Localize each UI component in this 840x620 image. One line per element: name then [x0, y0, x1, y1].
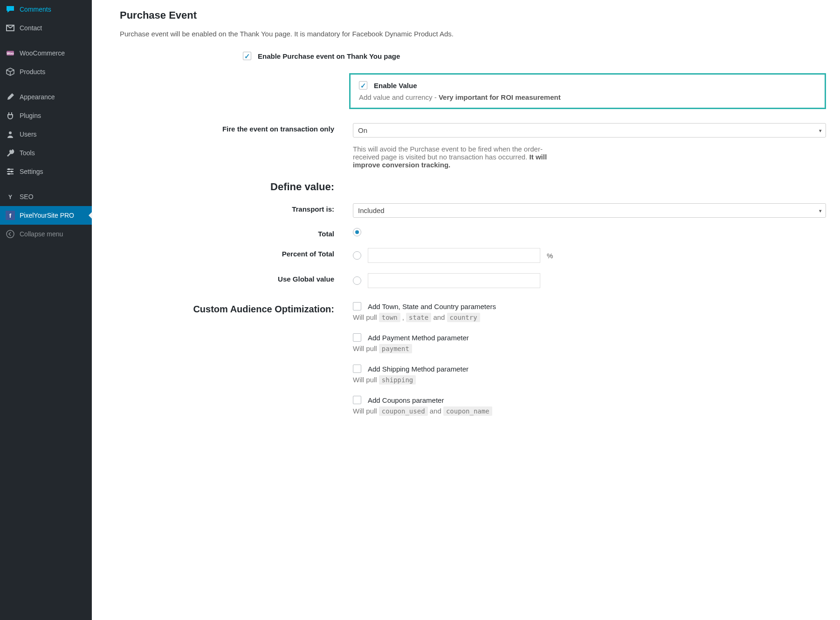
sidebar-item-contact[interactable]: Contact — [0, 19, 92, 37]
sidebar-item-label: PixelYourSite PRO — [20, 212, 74, 219]
enable-purchase-checkbox[interactable] — [243, 52, 251, 60]
custom-audience-heading: Custom Audience Optimization: — [120, 302, 353, 315]
global-radio[interactable] — [353, 276, 361, 285]
plug-icon — [6, 111, 15, 120]
fire-transaction-select[interactable]: On — [353, 123, 826, 138]
percent-radio[interactable] — [353, 251, 361, 260]
sidebar-item-label: Comments — [20, 6, 51, 13]
custom-audience-option: Add Shipping Method parameterWill pull s… — [353, 365, 826, 384]
percent-suffix: % — [547, 252, 553, 260]
sidebar-item-label: Tools — [20, 149, 35, 157]
option-helper: Will pull coupon_used and coupon_name — [353, 407, 826, 415]
option-label: Add Town, State and Country parameters — [368, 303, 496, 310]
option-helper: Will pull shipping — [353, 376, 826, 384]
percent-input[interactable] — [368, 248, 540, 263]
sidebar-item-label: WooCommerce — [20, 49, 65, 57]
sidebar-item-products[interactable]: Products — [0, 62, 92, 81]
svg-text:f: f — [9, 212, 12, 219]
transport-label: Transport is: — [120, 203, 353, 213]
svg-point-2 — [9, 131, 12, 134]
sliders-icon — [6, 167, 15, 176]
comment-icon — [6, 5, 15, 14]
svg-text:Woo: Woo — [7, 52, 14, 55]
enable-value-checkbox[interactable] — [359, 81, 367, 90]
sidebar-item-pixelyoursite[interactable]: f PixelYourSite PRO — [0, 206, 92, 225]
option-helper: Will pull payment — [353, 344, 826, 352]
seo-icon: Y — [6, 192, 15, 201]
sidebar-item-label: SEO — [20, 193, 34, 200]
sidebar-item-label: Settings — [20, 168, 43, 175]
transport-select[interactable]: Included — [353, 203, 826, 218]
brush-icon — [6, 92, 15, 102]
section-desc: Purchase event will be enabled on the Th… — [120, 30, 826, 38]
option-label: Add Shipping Method parameter — [368, 365, 468, 373]
sidebar-item-users[interactable]: Users — [0, 125, 92, 144]
sidebar-item-label: Plugins — [20, 112, 41, 119]
sidebar-item-label: Contact — [20, 24, 42, 32]
option-helper: Will pull town , state and country — [353, 313, 826, 321]
sidebar-item-settings[interactable]: Settings — [0, 162, 92, 181]
total-radio[interactable] — [353, 228, 361, 236]
total-label: Total — [120, 228, 353, 238]
fire-transaction-label: Fire the event on transaction only — [120, 123, 353, 133]
svg-point-5 — [8, 173, 10, 175]
custom-audience-option: Add Coupons parameterWill pull coupon_us… — [353, 396, 826, 415]
fire-transaction-helper: This will avoid the Purchase event to be… — [353, 145, 567, 169]
svg-point-4 — [11, 171, 13, 172]
sidebar-item-seo[interactable]: Y SEO — [0, 187, 92, 206]
global-label: Use Global value — [120, 273, 353, 283]
sidebar-item-label: Products — [20, 68, 45, 76]
option-checkbox[interactable] — [353, 333, 361, 342]
woo-icon: Woo — [6, 48, 15, 58]
option-checkbox[interactable] — [353, 302, 361, 310]
wrench-icon — [6, 148, 15, 158]
option-checkbox[interactable] — [353, 396, 361, 404]
svg-text:Y: Y — [8, 194, 12, 200]
custom-audience-option: Add Town, State and Country parametersWi… — [353, 302, 826, 321]
section-title: Purchase Event — [120, 9, 826, 21]
user-icon — [6, 130, 15, 139]
sidebar-item-comments[interactable]: Comments — [0, 0, 92, 19]
enable-value-label: Enable Value — [374, 82, 417, 90]
define-value-heading: Define value: — [120, 179, 353, 193]
sidebar-item-label: Users — [20, 131, 37, 138]
enable-value-helper: Add value and currency - Very important … — [359, 93, 816, 101]
sidebar-item-tools[interactable]: Tools — [0, 144, 92, 162]
svg-point-3 — [8, 168, 10, 170]
svg-point-9 — [7, 230, 14, 238]
admin-sidebar: Comments Contact Woo WooCommerce Product… — [0, 0, 92, 620]
box-icon — [6, 67, 15, 76]
custom-audience-option: Add Payment Method parameterWill pull pa… — [353, 333, 826, 352]
collapse-label: Collapse menu — [20, 230, 63, 238]
sidebar-item-appearance[interactable]: Appearance — [0, 88, 92, 106]
sidebar-item-label: Appearance — [20, 93, 55, 101]
enable-value-highlight: Enable Value Add value and currency - Ve… — [349, 73, 826, 109]
sidebar-item-plugins[interactable]: Plugins — [0, 106, 92, 125]
mail-icon — [6, 23, 15, 33]
option-label: Add Coupons parameter — [368, 396, 444, 404]
main-content: Purchase Event Purchase event will be en… — [92, 0, 840, 620]
sidebar-item-woocommerce[interactable]: Woo WooCommerce — [0, 44, 92, 62]
global-input[interactable] — [368, 273, 540, 288]
enable-purchase-label: Enable Purchase event on Thank You page — [258, 52, 400, 60]
fb-icon: f — [6, 211, 15, 220]
collapse-icon — [6, 229, 15, 239]
option-checkbox[interactable] — [353, 365, 361, 373]
percent-label: Percent of Total — [120, 248, 353, 258]
collapse-menu[interactable]: Collapse menu — [0, 225, 92, 243]
option-label: Add Payment Method parameter — [368, 334, 469, 342]
